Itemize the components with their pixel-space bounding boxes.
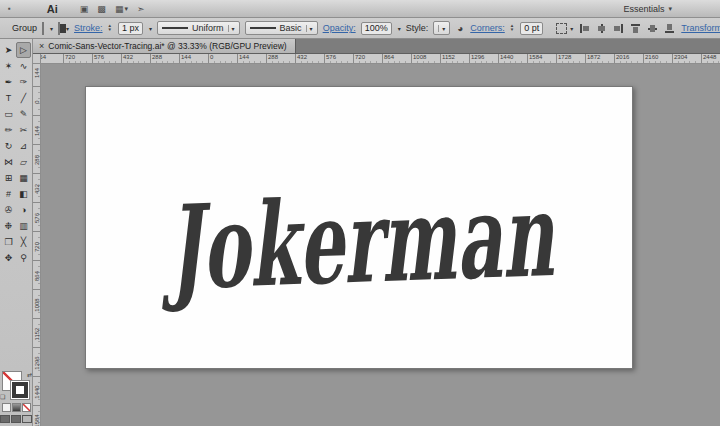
tool-magic-wand[interactable]: ✶: [1, 58, 16, 74]
gradient-mode-button[interactable]: [12, 403, 21, 412]
ruler-label: 432: [123, 54, 133, 60]
draw-behind-button[interactable]: [11, 415, 21, 423]
align-vertical-bottom-icon[interactable]: [664, 23, 675, 34]
share-icon[interactable]: ➣: [137, 4, 145, 14]
align-vertical-top-icon[interactable]: [630, 23, 641, 34]
tools-grid: ➤ ▷ ✶ ∿ ✒ ✑ T ╱ ▭ ✎: [1, 42, 31, 266]
ruler-label: 2448: [703, 54, 716, 60]
illustrator-window: ▪ Ai ▣ ▩ ▦ ▾ ➣ Essentials ▾ Group ▾ ▾ St…: [0, 0, 720, 426]
tool-gradient[interactable]: ◧: [16, 186, 31, 202]
tool-slice[interactable]: ╳: [16, 234, 31, 250]
menu-bar: ▪ Ai ▣ ▩ ▦ ▾ ➣ Essentials ▾: [0, 0, 720, 18]
tool-shape-builder[interactable]: ⊞: [1, 170, 16, 186]
chevron-down-icon[interactable]: ▾: [398, 25, 401, 32]
stroke-proxy[interactable]: [10, 380, 30, 400]
align-horizontal-right-icon[interactable]: [613, 23, 624, 34]
align-vertical-middle-icon[interactable]: [647, 23, 658, 34]
chevron-down-icon[interactable]: ▾: [50, 25, 53, 32]
chevron-down-icon[interactable]: ▾: [149, 25, 152, 32]
artwork: Jokerman: [86, 87, 632, 368]
ruler-label: 1296: [471, 54, 484, 60]
ruler-origin-corner[interactable]: [33, 54, 41, 64]
tool-curvature[interactable]: ✑: [16, 74, 31, 90]
recolor-artwork-icon[interactable]: ◕: [457, 23, 463, 34]
ruler-label: 432: [297, 54, 307, 60]
stroke-panel-link[interactable]: Stroke:: [74, 23, 103, 33]
color-mode-button[interactable]: [2, 403, 11, 412]
workspace-label: Essentials: [623, 4, 664, 14]
brush-definition-dropdown[interactable]: Basic ▾: [245, 21, 318, 35]
ruler-label: 1440: [34, 382, 40, 402]
swap-fill-stroke-icon[interactable]: ⇄: [27, 371, 32, 378]
fill-swatch-none[interactable]: [42, 22, 44, 35]
chevron-down-icon[interactable]: ▾: [66, 25, 69, 32]
stock-icon[interactable]: ▩: [97, 4, 106, 14]
tool-zoom[interactable]: ⚲: [16, 250, 31, 266]
tools-panel: ➤ ▷ ✶ ∿ ✒ ✑ T ╱ ▭ ✎: [0, 39, 33, 426]
horizontal-ruler[interactable]: 8647205764322881440144288432576720864100…: [41, 54, 720, 64]
tool-width[interactable]: ⋈: [1, 154, 16, 170]
tool-pen[interactable]: ✒: [1, 74, 16, 90]
tool-rotate[interactable]: ↻: [1, 138, 16, 154]
tool-line-segment[interactable]: ╱: [16, 90, 31, 106]
tool-column-graph[interactable]: ▥: [16, 218, 31, 234]
tool-symbol-sprayer[interactable]: ❉: [1, 218, 16, 234]
document-tab-title: Comic-Sans-Vector-Tracing.ai* @ 33.33% (…: [48, 41, 286, 51]
tool-mesh[interactable]: #: [1, 186, 16, 202]
tool-type[interactable]: T: [1, 90, 16, 106]
close-icon[interactable]: ×: [39, 41, 44, 51]
width-profile-dropdown[interactable]: Uniform ▾: [157, 21, 240, 35]
tool-free-transform[interactable]: ▱: [16, 154, 31, 170]
document-tab[interactable]: × Comic-Sans-Vector-Tracing.ai* @ 33.33%…: [33, 39, 296, 53]
workspace-switcher[interactable]: Essentials ▾: [617, 3, 678, 15]
tool-eyedropper[interactable]: ✇: [1, 202, 16, 218]
bridge-icon[interactable]: ▣: [80, 4, 89, 14]
opacity-field[interactable]: 100%: [361, 22, 392, 35]
style-label: Style:: [406, 23, 429, 33]
chevron-down-icon: ▾: [306, 25, 313, 32]
tool-direct-selection[interactable]: ▷: [16, 42, 31, 58]
opacity-panel-link[interactable]: Opacity:: [323, 23, 356, 33]
corners-stepper[interactable]: ▲▼: [510, 24, 514, 32]
stroke-weight-field[interactable]: 1 px: [118, 22, 143, 35]
lettering-jokerman: Jokerman: [157, 167, 556, 316]
ruler-label: 720: [65, 54, 75, 60]
tool-perspective-grid[interactable]: ▦: [16, 170, 31, 186]
ruler-label: 1152: [442, 54, 455, 60]
ruler-label: 288: [268, 54, 278, 60]
corners-link[interactable]: Corners:: [470, 23, 505, 33]
align-horizontal-center-icon[interactable]: [596, 23, 607, 34]
select-similar-button[interactable]: ▾: [556, 23, 573, 34]
drawing-mode-buttons: [0, 415, 32, 423]
tool-hand[interactable]: ✥: [1, 250, 16, 266]
artboard[interactable]: Jokerman: [85, 86, 633, 369]
align-horizontal-left-icon[interactable]: [579, 23, 590, 34]
tool-rectangle[interactable]: ▭: [1, 106, 16, 122]
tool-artboard[interactable]: ❒: [1, 234, 16, 250]
tool-selection[interactable]: ➤: [1, 42, 16, 58]
tool-scissors[interactable]: ✂: [16, 122, 31, 138]
canvas[interactable]: Jokerman: [41, 64, 720, 426]
graphic-style-dropdown[interactable]: ▾: [433, 21, 450, 35]
screen-mode-button[interactable]: [22, 415, 32, 423]
default-fill-stroke-icon[interactable]: ❏: [0, 393, 5, 400]
stroke-weight-stepper[interactable]: ▲▼: [108, 24, 112, 32]
arrange-documents-icon[interactable]: ▦ ▾: [115, 4, 128, 14]
window-icon[interactable]: ▪: [8, 4, 11, 13]
vertical-ruler[interactable]: 1440144288432576720864100811521296144015…: [33, 64, 41, 426]
tool-scale[interactable]: ⊿: [16, 138, 31, 154]
ruler-label: 1296: [34, 353, 40, 373]
none-mode-button[interactable]: [22, 403, 31, 412]
tool-blend[interactable]: ◑: [16, 202, 31, 218]
draw-normal-button[interactable]: [0, 415, 10, 423]
tool-pencil[interactable]: ✏: [1, 122, 16, 138]
ruler-label: 720: [355, 54, 365, 60]
transform-panel-link[interactable]: Transform: [681, 23, 720, 33]
corners-field[interactable]: 0 pt: [520, 22, 543, 35]
brush-preview: [250, 27, 276, 29]
stroke-swatch[interactable]: [58, 22, 60, 35]
tool-paintbrush[interactable]: ✎: [16, 106, 31, 122]
tool-lasso[interactable]: ∿: [16, 58, 31, 74]
chevron-down-icon: ▾: [228, 25, 235, 32]
ruler-label: 1584: [34, 411, 40, 426]
